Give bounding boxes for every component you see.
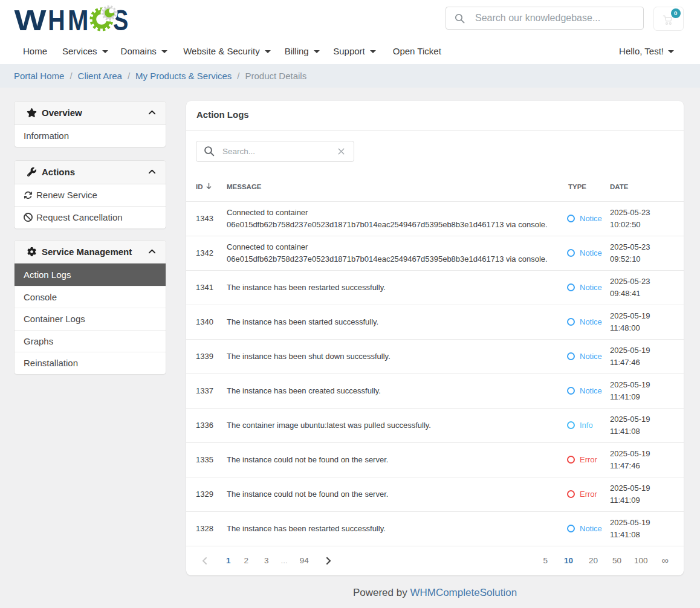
svg-text:M: M <box>68 5 88 34</box>
svg-text:W: W <box>15 5 47 34</box>
svg-text:H: H <box>48 5 65 34</box>
